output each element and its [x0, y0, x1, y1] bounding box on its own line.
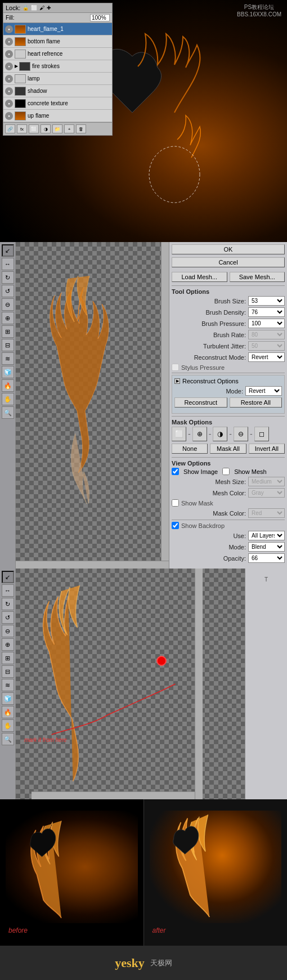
opacity-select[interactable]: 66	[248, 553, 285, 563]
show-backdrop-checkbox[interactable]	[172, 522, 179, 529]
hand-tool[interactable]: ✋	[2, 393, 14, 405]
tool-reconstruct[interactable]: ↔	[2, 584, 14, 597]
layer-item[interactable]: bottom flame	[3, 35, 112, 48]
new-layer-button[interactable]: +	[64, 124, 74, 133]
vertical-scrollbar[interactable]	[195, 569, 203, 799]
tool-turb[interactable]: ≋	[2, 679, 14, 691]
folder-button[interactable]: 📁	[52, 124, 62, 133]
annotation-canvas[interactable]: mark it from here	[16, 569, 245, 799]
delete-layer-button[interactable]: 🗑	[76, 124, 86, 133]
mask-button[interactable]: ⬜	[29, 124, 39, 133]
tool-bloat[interactable]: ⊕	[2, 638, 14, 651]
blend-mode-select[interactable]: Blend	[248, 542, 285, 552]
push-left-tool[interactable]: ⊞	[2, 325, 14, 338]
tool-warp[interactable]: ↙	[2, 571, 14, 583]
eye-icon[interactable]	[5, 112, 13, 120]
scroll-right[interactable]	[161, 242, 169, 569]
brush-size-select[interactable]: 53	[248, 296, 285, 306]
tool-pucker[interactable]: ⊖	[2, 625, 14, 637]
tool-push[interactable]: ⊞	[2, 652, 14, 664]
layer-item[interactable]: up flame	[3, 110, 112, 122]
horizontal-scrollbar[interactable]	[32, 791, 195, 799]
after-label: after	[153, 927, 166, 934]
lock-paint-icon[interactable]: 🖌	[39, 5, 44, 11]
link-layers-button[interactable]: 🔗	[5, 124, 15, 133]
show-mesh-checkbox[interactable]	[222, 468, 230, 475]
expand-arrow-icon[interactable]: ▶	[174, 378, 180, 384]
mask-all-button[interactable]: Mask All	[210, 444, 246, 454]
mask-icon-3[interactable]: ◑	[213, 427, 227, 441]
twirl-clockwise-tool[interactable]: ↻	[2, 271, 14, 284]
mode-select[interactable]: Revert	[245, 386, 282, 396]
warp-tool[interactable]: ↙	[2, 244, 14, 257]
mesh-buttons: Load Mesh... Save Mesh...	[172, 272, 285, 283]
layer-item[interactable]: lamp	[3, 73, 112, 85]
pucker-tool[interactable]: ⊖	[2, 298, 14, 311]
mask-icon-2[interactable]: ⊕	[192, 427, 207, 441]
eye-icon[interactable]	[5, 50, 13, 58]
tool-twirl-ccw[interactable]: ↺	[2, 611, 14, 624]
save-mesh-button[interactable]: Save Mesh...	[230, 272, 285, 282]
fill-label: Fill:	[6, 15, 90, 21]
yesky-logo: yesky	[115, 956, 145, 970]
zoom-tool[interactable]: 🔍	[2, 406, 14, 419]
eye-icon[interactable]	[5, 38, 13, 46]
stylus-pressure-checkbox[interactable]	[172, 364, 179, 371]
turbulence-tool[interactable]: ≋	[2, 352, 14, 365]
show-mask-checkbox[interactable]	[172, 499, 179, 507]
lock-icon[interactable]: 🔒	[23, 5, 29, 11]
layer-item[interactable]: concrete texture	[3, 97, 112, 110]
lock-transparency-icon[interactable]: ⬜	[31, 5, 37, 11]
layer-thumb	[15, 37, 26, 46]
brush-density-select[interactable]: 76	[248, 307, 285, 317]
ok-button[interactable]: OK	[172, 244, 285, 254]
layer-item[interactable]: ▶ fire strokes	[3, 60, 112, 73]
thaw-mask-tool[interactable]: 🔥	[2, 379, 14, 392]
bloat-tool[interactable]: ⊕	[2, 312, 14, 324]
reconstruct-tool[interactable]: ↔	[2, 258, 14, 270]
layer-item[interactable]: heart_flame_1	[3, 23, 112, 35]
use-select[interactable]: All Layers	[248, 531, 285, 540]
use-label: Use:	[172, 532, 248, 539]
tool-hand[interactable]: ✋	[2, 719, 14, 732]
invert-all-button[interactable]: Invert All	[249, 444, 285, 454]
mask-icon-1[interactable]: ⬜	[172, 427, 186, 441]
tool-thaw[interactable]: 🔥	[2, 706, 14, 718]
layer-name: lamp	[28, 75, 40, 82]
freeze-mask-tool[interactable]: 🧊	[2, 366, 14, 378]
eye-icon[interactable]	[5, 25, 13, 33]
show-image-checkbox[interactable]	[172, 468, 179, 475]
turbulent-jitter-select: 50	[248, 341, 285, 351]
mask-color-label: Mask Color:	[172, 510, 248, 517]
turbulent-jitter-label: Turbulent Jitter:	[172, 343, 248, 350]
reconstruct-button[interactable]: Reconstruct	[174, 397, 227, 408]
adjustment-button[interactable]: ◑	[41, 124, 51, 133]
eye-icon[interactable]	[5, 75, 13, 83]
tool-mirror[interactable]: ⊟	[2, 665, 14, 678]
load-mesh-button[interactable]: Load Mesh...	[172, 272, 227, 282]
eye-icon[interactable]	[5, 87, 13, 95]
cancel-button[interactable]: Cancel	[172, 257, 285, 267]
tool-twirl-cw[interactable]: ↻	[2, 598, 14, 610]
restore-all-button[interactable]: Restore All	[230, 397, 282, 408]
brush-pressure-select[interactable]: 100	[248, 319, 285, 328]
mirror-tool[interactable]: ⊟	[2, 339, 14, 351]
eye-icon[interactable]	[5, 100, 13, 108]
none-button[interactable]: None	[172, 444, 208, 454]
mask-icon-4[interactable]: ⊖	[234, 427, 248, 441]
mesh-color-row: Mesh Color: Gray	[172, 488, 285, 498]
fx-button[interactable]: fx	[17, 124, 27, 133]
eye-icon[interactable]	[5, 62, 13, 70]
lock-move-icon[interactable]: ✚	[47, 5, 51, 11]
layer-item[interactable]: heart refrence	[3, 48, 112, 60]
mask-icon-5[interactable]: ◻	[254, 427, 269, 441]
twirl-counter-tool[interactable]: ↺	[2, 285, 14, 297]
mask-separator-4: -	[250, 429, 253, 438]
fill-input[interactable]	[90, 14, 110, 21]
tool-freeze[interactable]: 🧊	[2, 692, 14, 705]
tool-zoom[interactable]: 🔍	[2, 733, 14, 745]
reconstruct-mode-select[interactable]: Revert	[248, 352, 285, 362]
scroll-bottom[interactable]	[16, 561, 169, 569]
liquify-canvas[interactable]	[16, 242, 169, 569]
layer-item[interactable]: shadow	[3, 85, 112, 97]
